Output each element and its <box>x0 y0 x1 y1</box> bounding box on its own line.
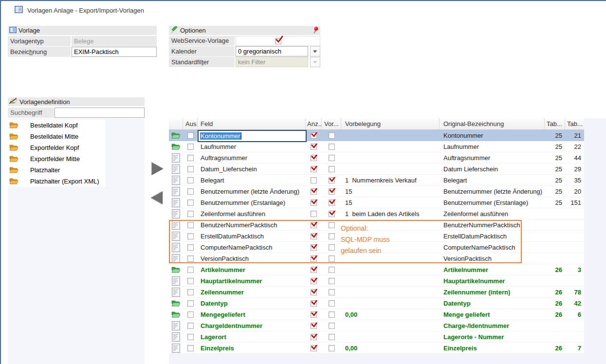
vorbelegen-checkbox[interactable] <box>329 222 335 228</box>
table-row[interactable]: VersionPacktischVersionPacktisch <box>169 253 584 264</box>
aus-checkbox[interactable] <box>187 278 194 284</box>
anzeigen-checkbox[interactable] <box>311 166 317 172</box>
vorbelegen-checkbox[interactable] <box>329 300 335 307</box>
col-header-tab2[interactable]: Tab... <box>565 118 584 129</box>
aus-checkbox[interactable] <box>187 267 194 273</box>
col-header-original-bezeichnung[interactable]: Original-Bezeichnung <box>440 118 545 129</box>
anzeigen-checkbox[interactable] <box>311 300 317 307</box>
vorbelegen-checkbox[interactable] <box>329 255 335 262</box>
table-row[interactable]: ZeilennummerZeilennummer (intern)2678 <box>169 287 584 298</box>
vorbelegen-checkbox[interactable] <box>329 334 335 340</box>
table-row[interactable]: Einzelpreis0,00Einzelpreis267 <box>169 343 584 354</box>
kalender-select[interactable]: 0 gregorianisch <box>236 46 308 56</box>
aus-checkbox[interactable] <box>187 300 194 307</box>
anzeigen-checkbox[interactable] <box>311 144 317 150</box>
aus-checkbox[interactable] <box>187 155 194 161</box>
move-left-button[interactable] <box>149 191 163 205</box>
vorbelegen-checkbox[interactable] <box>329 323 335 329</box>
aus-checkbox[interactable] <box>187 211 194 217</box>
aus-checkbox[interactable] <box>187 334 194 340</box>
anzeigen-checkbox[interactable] <box>311 211 317 217</box>
anzeigen-checkbox[interactable] <box>311 323 317 329</box>
aus-checkbox[interactable] <box>187 222 194 228</box>
aus-checkbox[interactable] <box>187 345 194 351</box>
vorbelegen-checkbox[interactable] <box>329 200 335 206</box>
col-header-feld[interactable]: Feld <box>198 118 306 129</box>
col-header-anz[interactable]: Anz... <box>306 118 322 129</box>
anzeigen-checkbox[interactable] <box>311 155 317 161</box>
pushpin-icon[interactable] <box>312 27 319 36</box>
table-row[interactable]: Mengegeliefert0,00Menge geliefert266 <box>169 309 584 320</box>
vorbelegen-checkbox[interactable] <box>329 144 335 150</box>
table-row[interactable]: LaufnummerLaufnummer2522 <box>169 141 584 152</box>
table-row[interactable]: Belegart1 Nummernkreis VerkaufBelegart25… <box>169 175 584 186</box>
anzeigen-checkbox[interactable] <box>311 334 317 340</box>
col-header-vorbelegung[interactable]: Vorbelegung <box>341 118 440 129</box>
webservice-checkbox[interactable] <box>275 38 281 44</box>
table-row[interactable]: Benutzernummer (letzte Änderung)15Benutz… <box>169 186 584 197</box>
vorbelegen-checkbox[interactable] <box>329 211 335 217</box>
vorbelegen-checkbox[interactable] <box>329 267 335 273</box>
move-right-button[interactable] <box>150 162 164 176</box>
bezeichnung-input[interactable]: EXIM-Packtisch <box>72 47 157 57</box>
aus-checkbox[interactable] <box>187 166 194 172</box>
table-row[interactable]: ChargeIdentnummerCharge-/Identnummer <box>169 320 584 331</box>
table-row[interactable]: DatentypDatentyp2642 <box>169 298 584 309</box>
table-row[interactable]: ErstellDatumPacktischErstellDatumPacktis… <box>169 231 584 242</box>
aus-checkbox[interactable] <box>187 255 194 262</box>
table-row[interactable]: Datum_LieferscheinDatum Lieferschein2529 <box>169 164 584 175</box>
vorbelegen-checkbox[interactable] <box>329 311 335 318</box>
anzeigen-checkbox[interactable] <box>311 244 317 251</box>
anzeigen-checkbox[interactable] <box>311 222 317 228</box>
folder-list-item[interactable]: Bestelldatei Mitte <box>8 131 105 142</box>
col-header-tab1[interactable]: Tab... <box>545 118 565 129</box>
folder-list-item[interactable]: Exportfelder Mitte <box>8 153 105 164</box>
aus-checkbox[interactable] <box>187 323 194 329</box>
vorbelegen-checkbox[interactable] <box>329 278 335 284</box>
aus-checkbox[interactable] <box>187 244 194 251</box>
suchbegriff-input[interactable] <box>55 108 145 118</box>
table-row[interactable]: LagerortLagerorte - Nummer <box>169 331 584 343</box>
col-header-vor[interactable]: Vor... <box>322 118 341 129</box>
kalender-dropdown-button[interactable] <box>310 46 320 56</box>
anzeigen-checkbox[interactable] <box>311 177 317 183</box>
vorbelegen-checkbox[interactable] <box>329 155 335 161</box>
anzeigen-checkbox[interactable] <box>311 289 317 295</box>
anzeigen-checkbox[interactable] <box>311 132 317 139</box>
vorbelegen-checkbox[interactable] <box>329 345 335 351</box>
aus-checkbox[interactable] <box>187 233 194 239</box>
folder-list-item[interactable]: Bestelldatei Kopf <box>8 120 105 131</box>
vorbelegen-checkbox[interactable] <box>329 177 335 183</box>
aus-checkbox[interactable] <box>187 311 194 318</box>
table-row[interactable]: ComputerNamePacktischComputerNamePacktis… <box>169 242 584 253</box>
folder-list-item[interactable]: Platzhalter (Export XML) <box>8 176 105 187</box>
folder-list-item[interactable]: Exportfelder Kopf <box>8 142 105 153</box>
folder-list-item[interactable]: Platzhalter <box>8 164 105 176</box>
anzeigen-checkbox[interactable] <box>311 345 317 351</box>
vorbelegen-checkbox[interactable] <box>329 289 335 295</box>
table-row[interactable]: AuftragsnummerAuftragsnummer2544 <box>169 152 584 164</box>
vorbelegen-checkbox[interactable] <box>329 233 335 239</box>
aus-checkbox[interactable] <box>187 289 194 295</box>
aus-checkbox[interactable] <box>187 132 194 139</box>
anzeigen-checkbox[interactable] <box>311 255 317 262</box>
col-header-aus[interactable]: Aus... <box>183 118 198 129</box>
vorbelegen-checkbox[interactable] <box>329 132 335 139</box>
table-row[interactable]: BenutzerNummerPacktischBenutzerNummerPac… <box>169 219 584 231</box>
col-header-icon[interactable] <box>169 118 183 129</box>
vorbelegen-checkbox[interactable] <box>329 244 335 251</box>
anzeigen-checkbox[interactable] <box>311 278 317 284</box>
anzeigen-checkbox[interactable] <box>311 188 317 195</box>
vorbelegen-checkbox[interactable] <box>329 166 335 172</box>
table-row[interactable]: HauptartikelnummerHauptartikelnummer <box>169 275 584 287</box>
anzeigen-checkbox[interactable] <box>311 200 317 206</box>
aus-checkbox[interactable] <box>187 177 194 183</box>
table-row[interactable]: Zeilenformel ausführen1 beim Laden des A… <box>169 208 584 219</box>
anzeigen-checkbox[interactable] <box>311 233 317 239</box>
aus-checkbox[interactable] <box>187 144 194 150</box>
table-row[interactable]: Benutzernummer (Erstanlage)15Benutzernum… <box>169 197 584 208</box>
anzeigen-checkbox[interactable] <box>311 267 317 273</box>
aus-checkbox[interactable] <box>187 200 194 206</box>
vorbelegen-checkbox[interactable] <box>329 188 335 195</box>
table-row[interactable]: ArtikelnummerArtikelnummer263 <box>169 264 584 275</box>
